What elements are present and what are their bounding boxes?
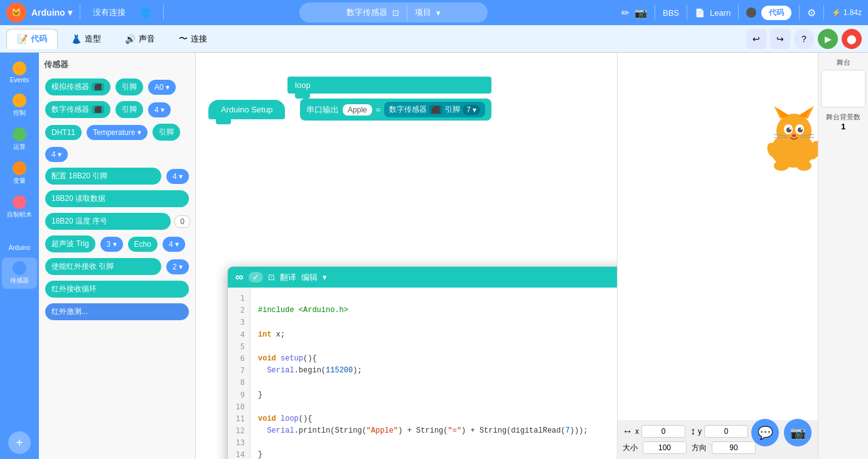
ir-receive-pin-val[interactable]: 2 ▾ [166,259,189,274]
chat-button[interactable]: 💬 [751,419,779,446]
sidebar-item-control[interactable]: 控制 [2,90,37,121]
sidebar-item-ops[interactable]: 运算 [2,124,37,155]
block-ultrasonic[interactable]: 超声波 Trig 3 ▾ Echo 4 ▾ [44,234,190,254]
settings-icon[interactable]: ⚙ [807,7,816,19]
block-ir-detect[interactable]: 红外激测... [44,301,190,322]
arduino-logo-icon: ∞ [235,271,244,284]
connection-label: 没有连接 [93,7,126,18]
tab-bar: 📝 代码 👗 造型 🔊 声音 〜 连接 ↩ ↪ ? ▶ ⬤ [0,25,868,53]
ultrasonic-trig-val[interactable]: 3 ▾ [100,237,123,252]
backdrop-label: 舞台 [821,58,865,67]
18b20-read-btn[interactable]: 18B20 读取数据 [45,190,189,207]
copy-code-icon[interactable]: ⊡ [268,273,275,282]
brand-name[interactable]: Arduino ▾ [31,8,72,18]
digital-pin-label-btn: 引脚 [115,101,143,118]
digital-sensor-inner-block[interactable]: 数字传感器 ⬛ 引脚 7 ▾ [384,102,485,117]
x-input[interactable] [641,425,685,438]
block-18b20-read[interactable]: 18B20 读取数据 [44,188,190,209]
globe-item[interactable]: 🌐 [136,6,156,20]
ultrasonic-btn[interactable]: 超声波 Trig [45,235,95,252]
divider4 [655,5,655,20]
translate-btn[interactable]: 翻译 [280,272,296,283]
tab-sound[interactable]: 🔊 声音 [114,29,166,49]
help-button[interactable]: ? [794,29,814,49]
stage-area: ↔ x ↕ y 大小 方向 舞台 舞台背景数 1 [617,53,868,459]
loop-label: loop [295,80,311,90]
learn-link[interactable]: Learn [710,8,731,18]
tab-shape[interactable]: 👗 造型 [60,29,112,49]
serial-output-block[interactable]: 串口输出 Apple = 数字传感器 ⬛ 引脚 7 ▾ [300,99,491,121]
analog-pin-val-btn[interactable]: A0 ▾ [148,80,176,95]
setup-hat-block[interactable]: Arduino Setup [208,100,285,119]
divider1 [80,5,80,20]
dht11-pin-val-btn[interactable]: 4 ▾ [45,147,68,162]
ir-loop-btn[interactable]: 红外接收循环 [45,281,189,298]
svg-point-19 [774,161,789,171]
battery-status: ⚡ 1.84z [832,8,862,17]
connection-status[interactable]: 没有连接 [88,4,131,21]
code-line-11: void loop(){ [258,413,617,425]
vars-dot [13,161,26,175]
tab-code[interactable]: 📝 代码 [6,29,58,49]
ir-detect-btn[interactable]: 红外激测... [45,303,189,320]
code-line-3 [258,316,617,328]
inner-sensor-label: 数字传感器 [389,104,427,115]
verify-check-icon[interactable]: ✓ [249,272,263,283]
sidebar-item-custom[interactable]: 自制积木 [2,192,37,223]
code-toggle-btn[interactable]: 代码 [761,6,791,20]
dht11-btn[interactable]: DHT11 [45,125,82,140]
digital-sensor-btn[interactable]: 数字传感器 ⬛ [45,101,110,118]
size-input[interactable] [643,441,687,454]
stop-button[interactable]: ⬤ [842,29,862,49]
digital-pin-val-btn[interactable]: 4 ▾ [148,102,171,117]
sidebar-item-events[interactable]: Events [2,58,37,87]
copy-icon[interactable]: ⊡ [392,8,399,18]
redo-button[interactable]: ↪ [770,29,790,49]
18b20-temp-btn[interactable]: 18B20 温度 序号 [45,213,171,230]
dir-input[interactable] [712,441,756,454]
block-digital-sensor[interactable]: 数字传感器 ⬛ 引脚 4 ▾ [44,99,190,120]
block-ir-receive[interactable]: 使能红外接收 引脚 2 ▾ [44,256,190,277]
sound-tab-icon: 🔊 [125,34,136,44]
sidebar-item-sensor[interactable]: 传感器 [2,257,37,289]
y-input[interactable] [704,425,748,438]
block-analog-sensor[interactable]: 模拟传感器 ⬛ 引脚 A0 ▾ [44,77,190,97]
pencil-icon[interactable]: ✏ [621,7,630,19]
inner-pin-dropdown[interactable]: 7 ▾ [463,105,480,115]
18b20-config-pin-val[interactable]: 4 ▾ [166,169,189,184]
nav-center: 数字传感器 ⊡ 项目 ▾ [171,3,616,23]
code-line-12: Serial.println(String("Apple") + String(… [258,425,617,437]
stage-action-buttons: 💬 📷 [751,419,812,446]
block-ir-loop[interactable]: 红外接收循环 [44,279,190,300]
block-18b20-config[interactable]: 配置 18B20 引脚 4 ▾ [44,166,190,186]
echo-val-btn[interactable]: 4 ▾ [163,237,185,252]
block-18b20-temp[interactable]: 18B20 温度 序号 0 [44,211,190,232]
run-button[interactable]: ▶ [818,29,838,49]
dht11-mode-btn[interactable]: Temperature ▾ [87,125,147,140]
setup-label: Arduino Setup [221,105,272,114]
18b20-config-btn[interactable]: 配置 18B20 引脚 [45,168,161,185]
dir-label: 方向 [692,443,707,453]
x-arrow-icon: ↔ [623,426,633,437]
x-label: x [635,427,639,436]
backdrop-thumbnail[interactable] [821,70,865,107]
analog-sensor-btn[interactable]: 模拟传感器 ⬛ [45,78,110,95]
undo-button[interactable]: ↩ [746,29,766,49]
analog-pin-label-btn: 引脚 [115,78,143,95]
sidebar-item-arduino[interactable]: Arduino [2,225,37,255]
code-content[interactable]: #include <Arduino.h> int x; void setup()… [250,288,617,459]
block-dht11[interactable]: DHT11 Temperature ▾ 引脚 4 ▾ [44,122,190,164]
sidebar-item-vars[interactable]: 变量 [2,158,37,189]
capture-button[interactable]: 📷 [784,419,812,446]
camera-icon[interactable]: 📷 [635,7,647,19]
tab-connect[interactable]: 〜 连接 [168,29,218,49]
ir-receive-btn[interactable]: 使能红外接收 引脚 [45,258,161,275]
apple-slot[interactable]: Apple [343,104,372,116]
18b20-num-slot[interactable]: 0 [174,215,190,228]
loop-block[interactable]: loop 串口输出 Apple = 数字传感器 ⬛ 引脚 7 [287,77,491,121]
code-tab-icon: 📝 [17,34,28,44]
edit-btn[interactable]: 编辑 [301,272,318,283]
code-line-2: #include <Arduino.h> [258,305,617,316]
add-category-button[interactable]: + [8,431,31,454]
bbs-link[interactable]: BBS [663,8,679,18]
